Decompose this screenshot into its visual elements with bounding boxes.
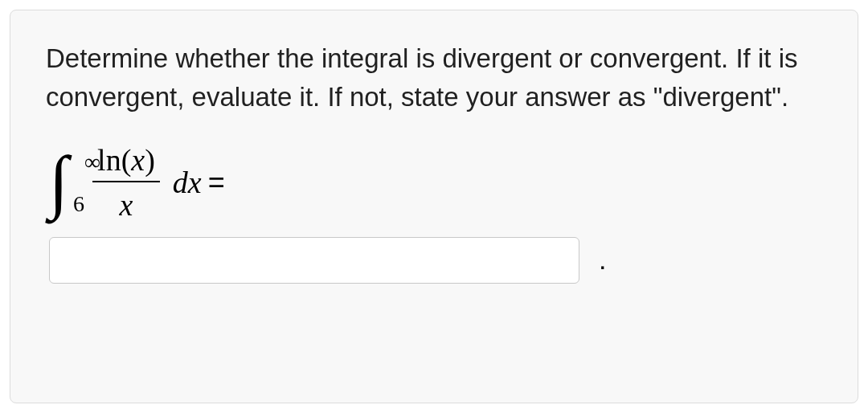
- integral-symbol-wrap: ∫ ∞ 6: [49, 152, 68, 213]
- trailing-period: .: [599, 244, 606, 276]
- denominator: x: [115, 182, 138, 223]
- fraction: ln(x) x: [92, 142, 160, 223]
- integral-expression: ∫ ∞ 6 ln(x) x dx =: [46, 142, 822, 223]
- differential: dx: [173, 165, 202, 200]
- question-prompt: Determine whether the integral is diverg…: [46, 39, 822, 117]
- upper-limit: ∞: [84, 149, 100, 175]
- lower-limit: 6: [73, 191, 84, 217]
- question-card: Determine whether the integral is diverg…: [10, 10, 858, 403]
- answer-input[interactable]: [49, 237, 579, 284]
- numerator: ln(x): [92, 142, 160, 181]
- answer-row: .: [46, 237, 822, 284]
- equals-sign: =: [208, 166, 225, 199]
- integral-sign: ∫: [49, 152, 68, 212]
